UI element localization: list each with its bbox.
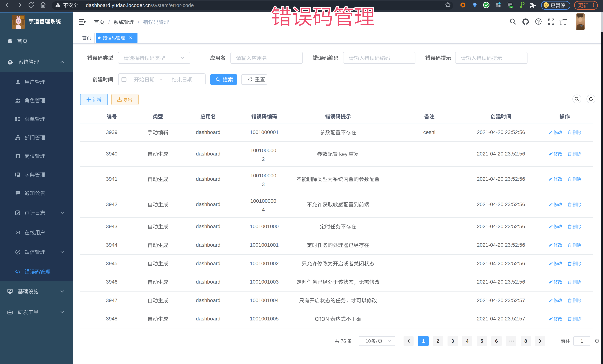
svg-text:on: on (510, 6, 512, 8)
